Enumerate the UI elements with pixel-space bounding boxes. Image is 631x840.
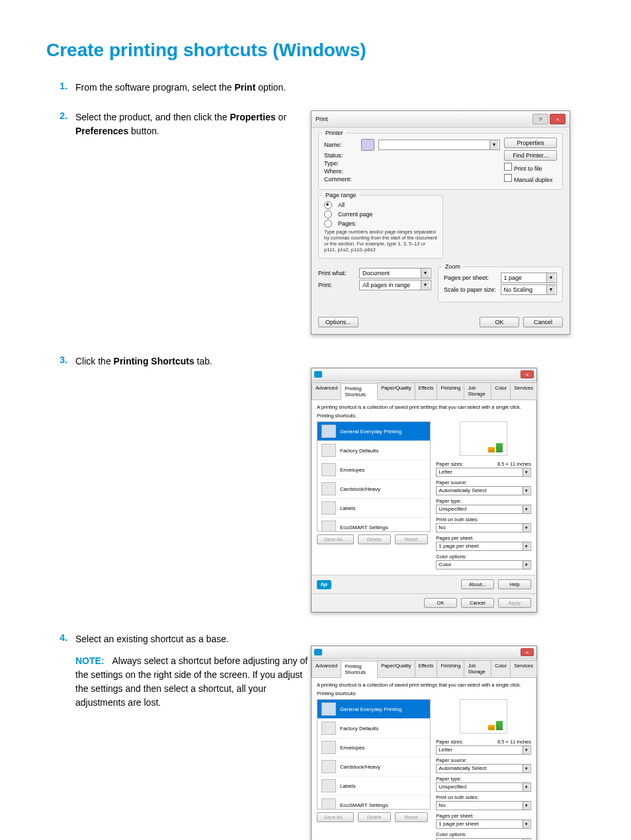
- options-button[interactable]: Options...: [318, 317, 358, 327]
- step-num: 4.: [46, 632, 75, 710]
- help-icon[interactable]: ?: [532, 114, 548, 124]
- t: Manual duplex: [514, 177, 553, 183]
- step-text: Click the Printing Shortcuts tab.: [75, 355, 311, 368]
- printer-select[interactable]: [378, 140, 500, 150]
- shortcut-item[interactable]: Labels: [317, 777, 430, 796]
- shortcut-icon: [321, 521, 336, 532]
- close-icon[interactable]: ×: [521, 648, 534, 656]
- shortcut-item[interactable]: Envelopes: [317, 460, 430, 480]
- paper-source-select[interactable]: Automatically Select: [436, 764, 531, 773]
- step-text: From the software program, select the Pr…: [75, 81, 311, 95]
- apply-button[interactable]: Apply: [498, 598, 531, 608]
- hp-icon: [314, 371, 322, 378]
- paper-sizes-select[interactable]: Letter: [436, 745, 531, 755]
- find-printer-button[interactable]: Find Printer...: [504, 150, 557, 161]
- shortcut-icon: [321, 425, 336, 438]
- print-what-select[interactable]: Document: [359, 268, 431, 278]
- reset-button[interactable]: Reset: [395, 812, 428, 822]
- about-button[interactable]: About...: [461, 579, 494, 589]
- shortcut-item[interactable]: EcoSMART Settings: [317, 796, 430, 810]
- tab-job-storage[interactable]: Job Storage: [464, 660, 491, 677]
- shortcut-icon: [321, 798, 336, 810]
- tab-finishing[interactable]: Finishing: [437, 382, 464, 399]
- shortcut-label: Envelopes: [340, 467, 364, 473]
- tab-printing-shortcuts[interactable]: Printing Shortcuts: [341, 661, 378, 678]
- properties-dialog: × AdvancedPrinting ShortcutsPaper/Qualit…: [311, 368, 537, 612]
- close-icon[interactable]: ×: [521, 370, 534, 378]
- delete-button[interactable]: Delete: [358, 812, 391, 822]
- paper-preview: [460, 421, 507, 456]
- paper-source-select[interactable]: Automatically Select: [436, 486, 531, 495]
- t: Print to file: [514, 165, 542, 172]
- shortcut-item[interactable]: Cardstock/Heavy: [317, 757, 430, 777]
- lbl: Type:: [324, 160, 357, 167]
- window-title: Print: [316, 116, 328, 122]
- ok-button[interactable]: OK: [424, 598, 457, 608]
- shortcut-item[interactable]: General Everyday Printing: [317, 700, 430, 719]
- tab-advanced[interactable]: Advanced: [312, 382, 341, 399]
- radio-current[interactable]: Current page: [324, 210, 437, 218]
- color-options-select[interactable]: Color: [436, 560, 531, 569]
- tab-services[interactable]: Services: [510, 660, 537, 677]
- print-select[interactable]: All pages in range: [359, 280, 431, 290]
- titlebar: ×: [312, 368, 536, 381]
- cancel-button[interactable]: Cancel: [523, 317, 563, 327]
- save-as-button[interactable]: Save As...: [317, 534, 354, 544]
- tab-printing-shortcuts[interactable]: Printing Shortcuts: [341, 383, 378, 400]
- radio-pages[interactable]: Pages:: [324, 220, 437, 228]
- print-to-file-check[interactable]: Print to file: [504, 163, 557, 172]
- paper-type-select[interactable]: Unspecified: [436, 505, 531, 514]
- properties-dialog: × AdvancedPrinting ShortcutsPaper/Qualit…: [311, 646, 537, 840]
- t: Pages:: [338, 220, 357, 227]
- shortcut-list[interactable]: General Everyday PrintingFactory Default…: [317, 421, 431, 532]
- shortcut-icon: [321, 702, 336, 716]
- close-icon[interactable]: ×: [550, 114, 566, 124]
- shortcut-label: Envelopes: [340, 745, 364, 751]
- tab-color[interactable]: Color: [491, 382, 511, 399]
- tab-job-storage[interactable]: Job Storage: [464, 382, 491, 399]
- shortcut-item[interactable]: EcoSMART Settings: [317, 518, 430, 532]
- tab-effects[interactable]: Effects: [415, 382, 438, 399]
- radio-all[interactable]: All: [324, 201, 437, 209]
- cancel-button[interactable]: Cancel: [461, 598, 494, 608]
- hint: Type page numbers and/or page ranges sep…: [324, 229, 437, 253]
- reset-button[interactable]: Reset: [395, 534, 428, 544]
- shortcut-item[interactable]: Cardstock/Heavy: [317, 480, 430, 499]
- tab-advanced[interactable]: Advanced: [312, 660, 341, 677]
- tab-finishing[interactable]: Finishing: [437, 660, 464, 677]
- ok-button[interactable]: OK: [480, 317, 519, 327]
- tab-color[interactable]: Color: [491, 660, 511, 677]
- shortcut-list[interactable]: General Everyday PrintingFactory Default…: [317, 699, 431, 810]
- help-button[interactable]: Help: [498, 579, 531, 589]
- paper-sizes-select[interactable]: Letter: [436, 468, 531, 477]
- step-3: 3. Click the Printing Shortcuts tab. × A…: [46, 355, 585, 612]
- shortcut-label: General Everyday Printing: [340, 706, 401, 712]
- shortcut-item[interactable]: General Everyday Printing: [317, 422, 430, 441]
- both-sides-select[interactable]: No: [436, 523, 531, 532]
- shortcut-item[interactable]: Factory Defaults: [317, 441, 430, 460]
- print-dialog: Print ? × Printer Name: Status: Type:: [311, 110, 570, 335]
- shortcut-item[interactable]: Factory Defaults: [317, 719, 430, 738]
- scale-select[interactable]: No Scaling: [501, 284, 558, 295]
- delete-button[interactable]: Delete: [358, 534, 391, 544]
- manual-duplex-check[interactable]: Manual duplex: [504, 174, 557, 183]
- both-sides-select[interactable]: No: [436, 801, 531, 810]
- zoom-group: Zoom Pages per sheet:1 page Scale to pap…: [438, 267, 563, 302]
- pages-per-sheet-select[interactable]: 1 page per sheet: [436, 542, 531, 551]
- shortcut-item[interactable]: Labels: [317, 499, 430, 518]
- tabs: AdvancedPrinting ShortcutsPaper/QualityE…: [312, 659, 536, 678]
- tab-effects[interactable]: Effects: [415, 660, 438, 677]
- list-label: Printing shortcuts:: [317, 691, 531, 696]
- tab-services[interactable]: Services: [510, 382, 537, 399]
- properties-button[interactable]: Properties: [504, 138, 557, 148]
- tab-paper-quality[interactable]: Paper/Quality: [377, 382, 415, 399]
- shortcut-item[interactable]: Envelopes: [317, 738, 430, 757]
- pages-per-sheet-select[interactable]: 1 page: [501, 273, 558, 283]
- save-as-button[interactable]: Save As...: [317, 812, 354, 822]
- t: button.: [128, 126, 159, 136]
- pages-per-sheet-select[interactable]: 1 page per sheet: [436, 819, 531, 829]
- paper-type-select[interactable]: Unspecified: [436, 782, 531, 792]
- shortcut-label: EcoSMART Settings: [340, 802, 388, 808]
- hp-logo-icon: hp: [317, 580, 331, 589]
- tab-paper-quality[interactable]: Paper/Quality: [377, 660, 415, 677]
